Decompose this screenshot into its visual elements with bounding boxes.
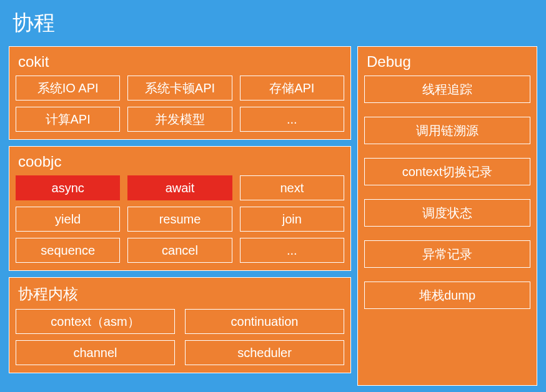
coobjc-cell: join xyxy=(240,207,344,232)
panel-debug-title: Debug xyxy=(367,53,530,71)
debug-cell: 异常记录 xyxy=(364,240,530,268)
panel-coobjc-title: coobjc xyxy=(18,153,344,170)
kernel-cell: scheduler xyxy=(185,340,344,365)
panel-kernel-title: 协程内核 xyxy=(18,284,344,304)
coobjc-cell: next xyxy=(240,175,344,200)
page-title: 协程 xyxy=(12,9,537,37)
coobjc-grid: async await next yield resume join seque… xyxy=(16,175,344,263)
coobjc-cell-async: async xyxy=(16,175,120,200)
cokit-cell: 计算API xyxy=(16,107,120,132)
panel-kernel: 协程内核 context（asm） continuation channel s… xyxy=(9,277,351,373)
cokit-cell: 系统卡顿API xyxy=(127,76,232,100)
coobjc-cell: yield xyxy=(16,207,120,232)
kernel-cell: continuation xyxy=(185,309,344,334)
right-column: Debug 线程追踪 调用链溯源 context切换记录 调度状态 异常记录 堆… xyxy=(357,46,537,386)
kernel-cell: context（asm） xyxy=(16,309,175,334)
coobjc-cell: resume xyxy=(127,207,232,232)
cokit-cell: 并发模型 xyxy=(127,107,232,132)
coobjc-cell-await: await xyxy=(127,175,232,200)
debug-cell: context切换记录 xyxy=(364,158,530,185)
panel-coobjc: coobjc async await next yield resume joi… xyxy=(9,146,351,271)
panel-cokit-title: cokit xyxy=(18,53,344,71)
left-column: cokit 系统IO API 系统卡顿API 存储API 计算API 并发模型 … xyxy=(9,46,351,386)
panel-debug: Debug 线程追踪 调用链溯源 context切换记录 调度状态 异常记录 堆… xyxy=(357,46,537,386)
cokit-cell: 存储API xyxy=(240,76,344,100)
diagram-layout: cokit 系统IO API 系统卡顿API 存储API 计算API 并发模型 … xyxy=(9,46,537,386)
kernel-grid: context（asm） continuation channel schedu… xyxy=(16,309,344,365)
debug-cell: 调度状态 xyxy=(364,199,530,227)
coobjc-cell: cancel xyxy=(127,238,232,263)
debug-grid: 线程追踪 调用链溯源 context切换记录 调度状态 异常记录 堆栈dump xyxy=(364,76,530,309)
coobjc-cell: ... xyxy=(240,238,344,263)
cokit-cell: 系统IO API xyxy=(16,76,120,100)
cokit-cell: ... xyxy=(240,107,344,132)
debug-cell: 堆栈dump xyxy=(364,282,530,309)
debug-cell: 调用链溯源 xyxy=(364,117,530,144)
cokit-grid: 系统IO API 系统卡顿API 存储API 计算API 并发模型 ... xyxy=(16,76,344,132)
panel-cokit: cokit 系统IO API 系统卡顿API 存储API 计算API 并发模型 … xyxy=(9,46,351,140)
kernel-cell: channel xyxy=(16,340,175,365)
debug-cell: 线程追踪 xyxy=(364,76,530,103)
coobjc-cell: sequence xyxy=(16,238,120,263)
